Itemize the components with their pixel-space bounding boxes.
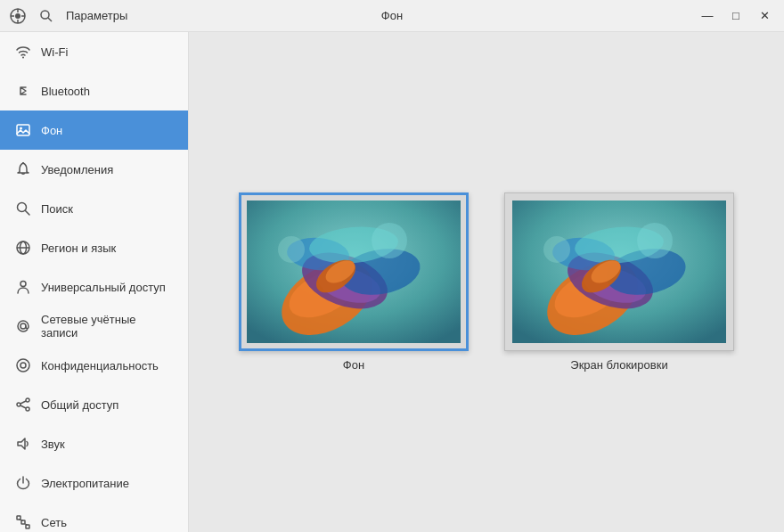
sidebar-item-network[interactable]: Сеть [0,503,188,532]
wallpaper-card-lock[interactable]: Экран блокировки [504,192,734,372]
svg-rect-27 [21,520,25,524]
sidebar-item-wifi[interactable]: Wi-Fi [0,32,188,71]
svg-point-23 [26,407,29,411]
sidebar-item-label: Электропитание [41,477,174,490]
sidebar-item-label: Звук [41,438,174,451]
sidebar-item-power[interactable]: Электропитание [0,463,188,503]
sidebar-item-privacy[interactable]: Конфиденциальность [0,346,188,385]
wallpaper-frame-desktop [239,192,469,351]
svg-point-6 [41,11,49,19]
image-icon [14,121,32,139]
wallpaper-card-desktop[interactable]: Фон [239,192,469,372]
search-button[interactable] [34,4,59,29]
bell-icon [14,160,32,178]
sidebar-item-bluetooth[interactable]: Bluetooth [0,71,188,110]
titlebar: Параметры Фон — □ ✕ [0,0,784,32]
sidebar-item-label: Общий доступ [41,398,174,412]
sound-icon [14,435,32,453]
svg-rect-9 [17,125,29,135]
svg-line-24 [20,401,26,404]
svg-point-8 [22,57,24,59]
wallpaper-image-desktop [247,201,461,343]
svg-point-20 [20,363,26,368]
maximize-button[interactable]: □ [723,4,748,29]
sidebar-item-sound[interactable]: Звук [0,424,188,463]
svg-point-17 [20,282,26,287]
app-title: Параметры [66,9,127,22]
share-icon [14,396,32,413]
bluetooth-icon [14,82,32,100]
search-icon [14,200,32,217]
svg-point-46 [278,236,305,263]
globe-icon [14,239,32,257]
svg-rect-28 [26,525,29,528]
person-icon [14,278,32,296]
sidebar-item-sharing[interactable]: Общий доступ [0,385,188,424]
privacy-icon [14,356,32,374]
svg-point-10 [20,127,22,130]
at-icon [14,317,32,335]
main-layout: Wi-FiBluetoothФонУведомленияПоискРегион … [0,32,784,532]
sidebar-item-label: Сетевые учётные записи [41,313,174,340]
svg-point-18 [20,323,26,329]
close-button[interactable]: ✕ [752,4,777,29]
wallpaper-label-lock: Экран блокировки [570,358,667,372]
sidebar-item-region[interactable]: Регион и язык [0,228,188,267]
minimize-button[interactable]: — [695,4,720,29]
sidebar-item-label: Поиск [41,202,174,216]
sidebar-item-notifications[interactable]: Уведомления [0,150,188,189]
svg-point-1 [15,13,20,19]
svg-line-29 [19,520,23,520]
sidebar-item-fon[interactable]: Фон [0,110,188,150]
sidebar-item-accounts[interactable]: Сетевые учётные записи [0,307,188,346]
wallpaper-label-desktop: Фон [343,358,364,372]
sidebar-item-search[interactable]: Поиск [0,189,188,228]
sidebar-item-label: Универсальный доступ [41,281,174,294]
svg-point-45 [372,223,407,258]
svg-point-22 [17,403,20,406]
power-icon [14,474,32,492]
svg-line-25 [20,405,26,408]
sidebar: Wi-FiBluetoothФонУведомленияПоискРегион … [0,32,189,532]
sidebar-item-label: Bluetooth [41,85,174,98]
sidebar-item-label: Регион и язык [41,241,174,255]
svg-point-21 [26,398,29,402]
svg-line-7 [48,18,52,21]
window-controls: — □ ✕ [695,4,777,29]
page-title: Фон [381,9,403,22]
svg-point-57 [637,223,673,258]
sidebar-item-label: Уведомления [41,163,174,176]
svg-rect-26 [17,516,20,520]
sidebar-item-label: Фон [41,124,174,137]
svg-point-19 [17,359,29,372]
wallpaper-frame-lock [504,192,734,351]
app-icon [7,5,29,27]
wallpaper-image-lock [512,201,726,343]
content-area: Фон Экран блокировки [189,32,784,532]
sidebar-item-label: Конфиденциальность [41,359,174,372]
network-icon [14,513,32,531]
sidebar-item-label: Wi-Fi [41,45,174,59]
sidebar-item-label: Сеть [41,516,174,529]
wifi-icon [14,43,32,61]
svg-line-13 [26,211,30,216]
svg-point-58 [543,236,570,263]
sidebar-item-accessibility[interactable]: Универсальный доступ [0,267,188,307]
